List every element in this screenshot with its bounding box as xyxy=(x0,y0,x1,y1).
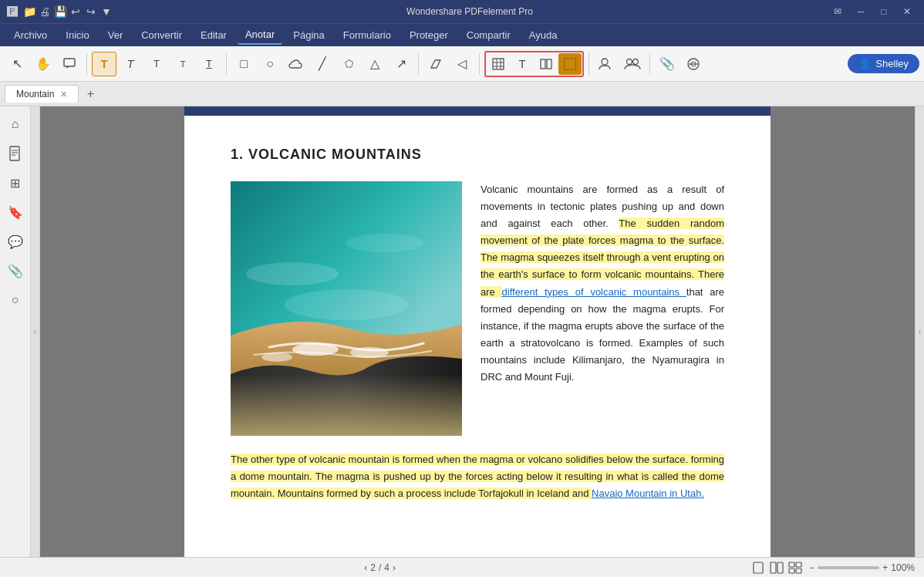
email-icon[interactable]: ✉ xyxy=(827,4,848,19)
polygon-tool-btn[interactable]: ⬠ xyxy=(336,52,361,76)
print-icon[interactable]: 🖨 xyxy=(39,5,51,18)
text-small-tool-btn[interactable]: T xyxy=(170,52,195,76)
tab-close-btn[interactable]: ✕ xyxy=(60,89,67,100)
eraser-tool-btn[interactable] xyxy=(423,52,448,76)
cloud-tool-btn[interactable] xyxy=(284,52,309,76)
folder-icon[interactable]: 📁 xyxy=(23,5,35,18)
select-tool-btn[interactable]: ↖ xyxy=(5,52,29,76)
menu-convertir[interactable]: Convertir xyxy=(133,26,190,44)
text-box-tool-btn[interactable]: T xyxy=(92,52,116,76)
doc-container: 1. VOLCANIC MOUNTAINS xyxy=(184,106,771,557)
clip-btn[interactable]: 📎 xyxy=(655,52,680,76)
thumbnail-sidebar-btn[interactable]: ⊞ xyxy=(4,171,27,194)
page-icon xyxy=(8,146,22,161)
search-sidebar-btn[interactable]: ○ xyxy=(4,288,27,312)
right-collapse-arrow-icon: ‹ xyxy=(919,328,921,336)
menu-compartir[interactable]: Compartir xyxy=(459,26,518,44)
maximize-btn[interactable]: □ xyxy=(873,4,895,19)
save-icon[interactable]: 💾 xyxy=(54,5,66,18)
zoom-slider[interactable] xyxy=(818,566,879,569)
menu-anotar[interactable]: Anotar xyxy=(238,25,282,45)
highlight-tool-btn[interactable]: ◁ xyxy=(450,52,474,76)
current-page: 2 xyxy=(370,562,376,573)
page-sidebar-btn[interactable] xyxy=(4,142,27,165)
multi-sign-btn[interactable] xyxy=(620,52,645,76)
doc-content-row: Volcanic mountains are formed as a resul… xyxy=(231,181,724,436)
view-double-btn[interactable] xyxy=(769,560,784,575)
redo-icon[interactable]: ↪ xyxy=(85,5,97,18)
zoom-level: 100% xyxy=(891,562,915,573)
rect-tool-btn[interactable]: □ xyxy=(231,52,256,76)
color-fill-btn[interactable] xyxy=(558,53,582,75)
cloud-icon xyxy=(288,59,304,69)
table-text-btn[interactable]: T xyxy=(511,53,534,75)
menu-proteger[interactable]: Proteger xyxy=(402,26,456,44)
status-right: − + 100% xyxy=(750,560,915,575)
zoom-out-btn[interactable]: − xyxy=(809,562,814,573)
text-italic-tool-btn[interactable]: T xyxy=(118,52,143,76)
tab-bar: Mountain ✕ + xyxy=(0,82,924,106)
view-grid-btn[interactable] xyxy=(787,560,803,575)
dropdown-icon[interactable]: ▼ xyxy=(100,5,113,18)
prev-page-btn[interactable]: ‹ xyxy=(364,562,367,573)
left-collapse-btn[interactable]: › xyxy=(31,106,40,557)
doc-paragraph-2: The other type of volcanic mountain is f… xyxy=(231,451,724,502)
text-p1-underline-1: different types of volcanic mountains xyxy=(502,286,686,298)
text-underline-tool-btn[interactable]: T xyxy=(197,52,221,76)
menu-pagina[interactable]: Página xyxy=(285,26,332,44)
menu-ver[interactable]: Ver xyxy=(100,26,131,44)
comment-sidebar-btn[interactable]: 💬 xyxy=(4,230,27,253)
doc-text-block: Volcanic mountains are formed as a resul… xyxy=(481,181,724,436)
minimize-btn[interactable]: ─ xyxy=(850,4,872,19)
menu-archivo[interactable]: Archivo xyxy=(6,26,55,44)
sep-5 xyxy=(588,53,589,75)
zoom-controls: − + 100% xyxy=(809,562,915,573)
menu-formulario[interactable]: Formulario xyxy=(336,26,399,44)
main-layout: ⌂ ⊞ 🔖 💬 📎 ○ › 1. VOLCANIC MOUNTAINS xyxy=(0,106,924,557)
close-btn[interactable]: ✕ xyxy=(896,4,918,19)
menu-inicio[interactable]: Inicio xyxy=(58,26,96,44)
user-sign-btn[interactable] xyxy=(594,52,619,76)
doc-scroll[interactable]: 1. VOLCANIC MOUNTAINS xyxy=(40,106,915,557)
tab-mountain[interactable]: Mountain ✕ xyxy=(5,85,79,103)
svg-point-22 xyxy=(285,289,408,320)
table-tool-1-btn[interactable] xyxy=(487,53,510,75)
attachment-sidebar-btn[interactable]: 📎 xyxy=(4,259,27,282)
menu-bar: Archivo Inicio Ver Convertir Editar Anot… xyxy=(0,23,924,46)
menu-ayuda[interactable]: Ayuda xyxy=(521,26,565,44)
redact-icon xyxy=(686,57,701,71)
svg-point-20 xyxy=(246,262,339,285)
table-columns-icon xyxy=(539,57,553,71)
svg-point-24 xyxy=(350,347,389,358)
circle-tool-btn[interactable]: ○ xyxy=(258,52,282,76)
text-regular-tool-btn[interactable]: T xyxy=(144,52,169,76)
view-single-icon xyxy=(752,562,764,574)
redact-btn[interactable] xyxy=(681,52,706,76)
svg-rect-27 xyxy=(771,562,776,573)
menu-editar[interactable]: Editar xyxy=(193,26,234,44)
line-tool-btn[interactable]: ╱ xyxy=(310,52,335,76)
zoom-in-btn[interactable]: + xyxy=(882,562,888,573)
user-profile-btn[interactable]: 👤 Shelley xyxy=(848,54,919,73)
arrow-tool-btn[interactable]: ↗ xyxy=(389,52,413,76)
triangle-tool-btn[interactable]: △ xyxy=(363,52,387,76)
title-bar-file-icons: 📁 🖨 💾 ↩ ↪ ▼ xyxy=(23,5,113,18)
hand-tool-btn[interactable]: ✋ xyxy=(31,52,56,76)
undo-icon[interactable]: ↩ xyxy=(69,5,82,18)
table-tool-3-btn[interactable] xyxy=(535,53,558,75)
comment-tool-btn[interactable] xyxy=(57,52,82,76)
tab-add-btn[interactable]: + xyxy=(82,86,99,103)
page-separator: / xyxy=(379,562,381,573)
svg-rect-32 xyxy=(796,569,801,573)
view-grid-icon xyxy=(788,562,802,574)
next-page-btn[interactable]: › xyxy=(393,562,396,573)
right-panel-collapse[interactable]: ‹ xyxy=(915,106,924,557)
home-sidebar-btn[interactable]: ⌂ xyxy=(4,113,27,136)
sep-3 xyxy=(418,53,419,75)
color-swatch xyxy=(564,58,576,70)
view-single-btn[interactable] xyxy=(750,560,766,575)
user-icon: 👤 xyxy=(858,58,871,69)
sep-1 xyxy=(86,53,87,75)
app-logo-icon: 🅿 xyxy=(6,5,19,18)
bookmark-sidebar-btn[interactable]: 🔖 xyxy=(4,201,27,224)
